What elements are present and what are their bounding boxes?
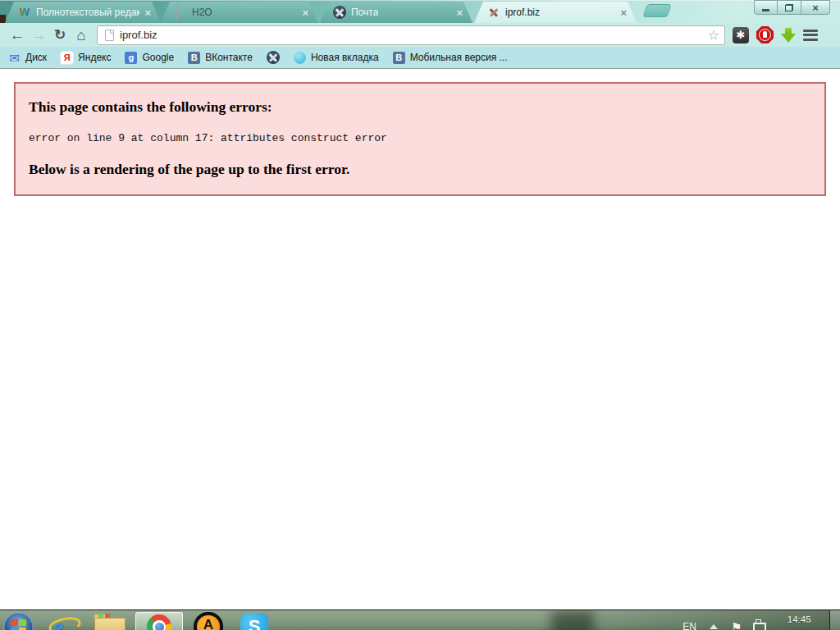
navigation-toolbar: ← → ↻ ⌂ iprof.biz ☆ ✱ [0,23,840,47]
tab-close-icon[interactable]: × [456,7,463,18]
bookmark-star-icon[interactable]: ☆ [708,29,719,42]
tab-fulltext-editor[interactable]: W Полнотекстовый редакто × [5,2,161,23]
loading-spinner-icon [174,6,187,19]
language-indicator[interactable]: EN [682,621,696,630]
start-button[interactable] [3,612,34,630]
bookmark-label: Яндекс [78,52,111,63]
reload-button[interactable]: ↻ [49,28,71,42]
tab-strip: W Полнотекстовый редакто × H2O × Почта ×… [0,0,840,23]
cyan-circle-icon [294,52,306,64]
extension-adblock-icon[interactable]: ✱ [733,27,749,43]
vk-icon: В [393,52,405,64]
bookmark-mailru[interactable] [267,51,280,64]
bookmark-label: Новая вкладка [311,52,379,63]
vk-icon: В [188,52,200,64]
home-button[interactable]: ⌂ [71,28,92,43]
xml-error-box: This page contains the following errors:… [14,82,826,196]
bookmark-google[interactable]: g Google [125,52,174,64]
mailru-tools-icon [267,51,280,64]
bookmark-mobile-version[interactable]: В Мобильная версия ... [393,52,508,64]
tab-mail[interactable]: Почта × [320,2,472,23]
bookmark-new-tab[interactable]: Новая вкладка [294,52,379,64]
bookmark-label: Google [142,52,174,63]
clock[interactable]: 14:45 06.05.2013 [775,613,823,630]
tools-icon [487,6,500,19]
url-text[interactable]: iprof.biz [120,29,158,41]
address-bar[interactable]: iprof.biz ☆ [97,25,725,45]
window-frame-edge [0,15,6,23]
error-detail: error on line 9 at column 17: attributes… [29,132,811,144]
bookmark-label: ВКонтакте [205,52,253,63]
google-icon: g [125,52,137,64]
close-button[interactable]: × [801,0,830,15]
page-content: This page contains the following errors:… [0,82,840,609]
minimize-button[interactable] [754,0,778,15]
extension-stop-hand-icon[interactable] [756,26,774,43]
chrome-icon [147,614,171,630]
minimize-icon [762,9,769,11]
restore-icon [785,4,793,11]
mailru-tools-icon [333,6,346,19]
restore-button[interactable] [778,0,801,15]
internet-explorer-icon[interactable]: e [47,612,80,630]
tab-title: iprof.biz [505,7,540,18]
close-icon: × [812,2,819,13]
back-button[interactable]: ← [7,27,28,43]
extension-download-arrow-icon[interactable] [781,27,796,43]
bookmark-label: Диск [25,52,47,63]
system-tray: EN ⚑ 14:45 06.05.2013 [682,613,829,630]
page-document-icon [105,30,114,41]
tab-close-icon[interactable]: × [302,7,308,18]
tab-close-icon[interactable]: × [144,7,151,18]
show-hidden-icons-arrow[interactable] [710,624,718,629]
forward-button[interactable]: → [28,27,49,43]
chrome-menu-icon[interactable] [803,30,818,41]
tab-h2o[interactable]: H2O × [161,2,318,23]
bookmarks-bar: ✉ Диск Я Яндекс g Google В ВКонтакте Нов… [0,47,840,69]
tray-time: 14:45 [775,613,823,627]
window-controls: × [754,0,830,15]
bookmark-label: Мобильная версия ... [410,52,508,63]
windows-taskbar: e S EN ⚑ 14:45 06.05.2013 [0,609,840,630]
chrome-taskbar-button-active[interactable] [135,612,183,630]
bookmark-yandex[interactable]: Я Яндекс [61,52,111,64]
tab-title: Почта [351,7,378,18]
network-icon[interactable] [751,621,765,630]
envelope-icon: ✉ [8,52,21,64]
tray-date: 06.05.2013 [775,627,823,630]
tab-close-icon[interactable]: × [620,7,627,18]
action-center-flag-icon[interactable]: ⚑ [731,621,742,630]
error-heading: This page contains the following errors: [29,98,811,116]
new-tab-button[interactable] [642,4,671,17]
tab-title: H2O [192,7,212,18]
yandex-icon: Я [61,52,73,64]
tab-iprof-active[interactable]: iprof.biz × [474,2,637,23]
rainbow-w-icon: W [18,6,31,19]
bookmark-disk[interactable]: ✉ Диск [8,52,47,64]
aimp-icon[interactable] [194,613,222,630]
skype-icon[interactable]: S [240,613,268,630]
tab-title: Полнотекстовый редакто [36,7,139,18]
error-footer: Below is a rendering of the page up to t… [29,161,811,178]
windows-explorer-icon[interactable] [94,614,127,630]
bookmark-vkontakte[interactable]: В ВКонтакте [188,52,253,64]
show-desktop-button[interactable] [829,610,840,630]
